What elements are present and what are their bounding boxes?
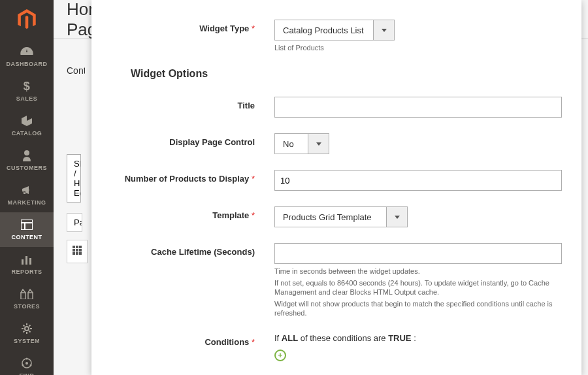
add-condition-button[interactable]: + bbox=[274, 350, 286, 361]
nav-label: SALES bbox=[16, 95, 38, 102]
svg-rect-7 bbox=[29, 258, 31, 265]
svg-point-13 bbox=[26, 358, 28, 360]
display-page-control-value: No bbox=[275, 134, 308, 154]
chevron-down-icon bbox=[373, 20, 394, 40]
nav-label: CATALOG bbox=[12, 130, 42, 137]
conditions-true[interactable]: TRUE bbox=[388, 333, 411, 343]
svg-rect-6 bbox=[25, 256, 27, 265]
sidebar-item-sales[interactable]: $ SALES bbox=[0, 74, 54, 108]
partners-icon bbox=[20, 357, 33, 369]
svg-text:$: $ bbox=[24, 80, 31, 92]
dashboard-icon bbox=[20, 46, 33, 57]
sidebar-item-marketing[interactable]: MARKETING bbox=[0, 178, 54, 212]
svg-rect-18 bbox=[79, 246, 82, 248]
sidebar-item-catalog[interactable]: CATALOG bbox=[0, 108, 54, 143]
stores-icon bbox=[20, 288, 33, 300]
widget-options-panel: Widget Type Catalog Products List List o… bbox=[91, 0, 581, 375]
box-icon bbox=[20, 115, 33, 127]
num-products-label: Number of Products to Display bbox=[111, 170, 274, 184]
show-hide-editor-button[interactable]: Show / Hide Editor bbox=[67, 154, 81, 203]
svg-point-12 bbox=[25, 362, 28, 365]
nav-label: CUSTOMERS bbox=[7, 165, 47, 171]
magento-logo[interactable] bbox=[0, 0, 54, 39]
sidebar-item-customers[interactable]: CUSTOMERS bbox=[0, 143, 54, 178]
svg-point-10 bbox=[25, 327, 29, 331]
conditions-text: If ALL of these conditions are TRUE : bbox=[274, 333, 562, 343]
cache-input[interactable] bbox=[274, 243, 562, 264]
svg-rect-9 bbox=[28, 293, 33, 299]
svg-rect-5 bbox=[22, 259, 24, 265]
svg-rect-19 bbox=[73, 249, 75, 252]
template-label: Template bbox=[111, 206, 274, 220]
svg-point-15 bbox=[22, 365, 24, 367]
svg-point-1 bbox=[24, 150, 29, 155]
svg-rect-16 bbox=[73, 246, 75, 248]
template-row: Template Products Grid Template bbox=[111, 206, 562, 227]
chevron-down-icon bbox=[308, 134, 329, 154]
cache-hint-1: Time in seconds between the widget updat… bbox=[274, 267, 562, 276]
svg-rect-20 bbox=[76, 249, 78, 252]
svg-rect-23 bbox=[76, 252, 78, 255]
num-products-row: Number of Products to Display bbox=[111, 170, 562, 191]
sidebar-item-partners[interactable]: FIND PARTNERS & EXTENSIONS bbox=[0, 351, 54, 375]
nav-label: SYSTEM bbox=[14, 338, 40, 344]
nav-label: MARKETING bbox=[8, 199, 46, 206]
cache-hint-3: Widget will not show products that begin… bbox=[274, 299, 562, 318]
cache-hint-2: If not set, equals to 86400 seconds (24 … bbox=[274, 278, 562, 297]
layout-icon bbox=[20, 219, 33, 231]
widget-type-row: Widget Type Catalog Products List List o… bbox=[111, 20, 562, 52]
person-icon bbox=[20, 150, 33, 161]
widget-options-heading: Widget Options bbox=[131, 68, 562, 80]
display-page-control-select[interactable]: No bbox=[274, 133, 329, 154]
sidebar-item-system[interactable]: SYSTEM bbox=[0, 316, 54, 351]
editor-grid-button[interactable] bbox=[67, 240, 88, 263]
nav-label: REPORTS bbox=[11, 269, 42, 275]
nav-label: STORES bbox=[14, 303, 40, 310]
svg-rect-17 bbox=[76, 246, 78, 248]
display-page-control-row: Display Page Control No bbox=[111, 133, 562, 154]
widget-type-value: Catalog Products List bbox=[275, 20, 373, 40]
svg-point-14 bbox=[30, 365, 32, 367]
admin-sidebar: DASHBOARD $ SALES CATALOG CUSTOMERS MARK… bbox=[0, 0, 54, 375]
sidebar-item-content[interactable]: CONTENT bbox=[0, 212, 54, 247]
cache-label: Cache Lifetime (Seconds) bbox=[111, 243, 274, 257]
sidebar-item-reports[interactable]: REPORTS bbox=[0, 247, 54, 282]
cache-row: Cache Lifetime (Seconds) Time in seconds… bbox=[111, 243, 562, 318]
sidebar-item-dashboard[interactable]: DASHBOARD bbox=[0, 39, 54, 74]
conditions-all[interactable]: ALL bbox=[282, 333, 298, 343]
bars-icon bbox=[20, 253, 33, 265]
page-title: Home Page bbox=[67, 0, 93, 40]
nav-label: FIND PARTNERS & EXTENSIONS bbox=[3, 372, 51, 375]
svg-rect-8 bbox=[21, 293, 25, 299]
megaphone-icon bbox=[20, 184, 33, 196]
svg-rect-21 bbox=[79, 249, 82, 252]
gear-icon bbox=[20, 323, 33, 334]
display-page-control-label: Display Page Control bbox=[111, 133, 274, 147]
editor-paragraph-tab[interactable]: Paragraph bbox=[67, 213, 82, 232]
title-label: Title bbox=[111, 97, 274, 110]
nav-label: DASHBOARD bbox=[7, 61, 48, 67]
svg-rect-24 bbox=[79, 252, 82, 255]
widget-type-select[interactable]: Catalog Products List bbox=[274, 20, 395, 41]
svg-rect-2 bbox=[21, 220, 33, 230]
nav-label: CONTENT bbox=[12, 234, 42, 240]
widget-type-hint: List of Products bbox=[274, 43, 562, 52]
title-input[interactable] bbox=[274, 97, 562, 118]
widget-type-label: Widget Type bbox=[111, 20, 274, 33]
sidebar-item-stores[interactable]: STORES bbox=[0, 282, 54, 316]
title-row: Title bbox=[111, 97, 562, 118]
template-value: Products Grid Template bbox=[275, 207, 386, 227]
svg-rect-22 bbox=[73, 252, 75, 255]
content-section-label: Content bbox=[67, 65, 85, 76]
num-products-input[interactable] bbox=[274, 170, 562, 191]
conditions-row: Conditions If ALL of these conditions ar… bbox=[111, 333, 562, 361]
conditions-label: Conditions bbox=[111, 333, 274, 347]
chevron-down-icon bbox=[386, 207, 407, 227]
dollar-icon: $ bbox=[20, 80, 33, 92]
template-select[interactable]: Products Grid Template bbox=[274, 206, 408, 227]
